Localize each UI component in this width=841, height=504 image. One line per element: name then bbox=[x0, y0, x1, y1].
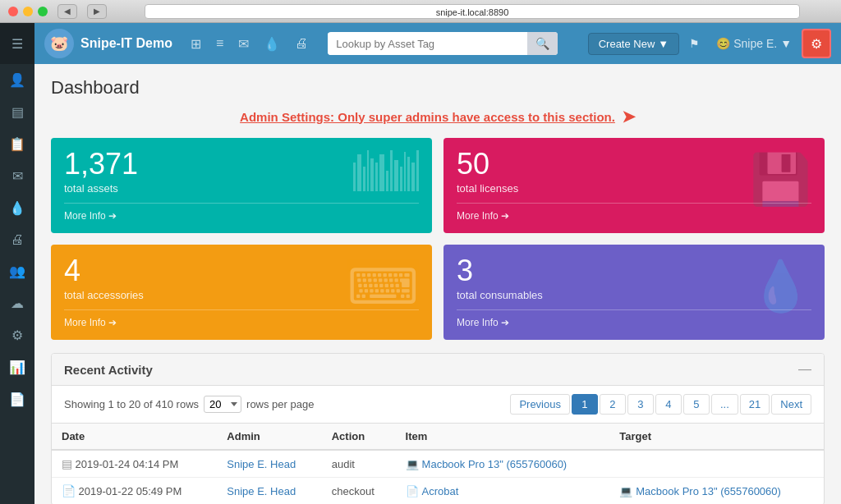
row2-item-link[interactable]: 📄 Acrobat bbox=[406, 485, 459, 497]
stat-card-consumables[interactable]: 3 total consumables 💧 More Info ➔ bbox=[443, 245, 825, 340]
row1-action: audit bbox=[322, 450, 396, 478]
flag-icon[interactable]: ⚑ bbox=[682, 32, 706, 55]
barcode-icon bbox=[353, 150, 419, 191]
col-date: Date bbox=[52, 424, 217, 451]
panel-title: Recent Activity bbox=[64, 363, 153, 377]
row2-action: checkout bbox=[322, 478, 396, 505]
app-wrapper: ☰ 👤 ▤ 📋 ✉ 💧 🖨 👥 ☁ ⚙ 📊 📄 🐷 Snipe-IT Demo … bbox=[0, 23, 841, 504]
panel-collapse-button[interactable]: — bbox=[798, 362, 811, 377]
admin-warning: Admin Settings: Only super admins have a… bbox=[51, 107, 825, 126]
per-page-select[interactable]: 20 50 100 bbox=[204, 396, 241, 413]
col-action: Action bbox=[322, 424, 396, 451]
sidebar-item-reports[interactable]: ☁ bbox=[0, 287, 34, 319]
print-icon[interactable]: 🖨 bbox=[290, 33, 313, 55]
os-back-button[interactable]: ◀ bbox=[57, 4, 77, 19]
table-controls: Showing 1 to 20 of 410 rows 20 50 100 ro… bbox=[52, 386, 824, 423]
navbar-right: Create New ▼ ⚑ 😊 Snipe E. ▼ ⚙ bbox=[588, 29, 831, 58]
stat-card-accessories[interactable]: 4 total accessories ⌨ More Info ➔ bbox=[51, 245, 432, 340]
pagination-page-21[interactable]: 21 bbox=[740, 394, 770, 415]
sidebar-item-people[interactable]: 👥 bbox=[0, 255, 34, 287]
os-close-dot[interactable] bbox=[8, 7, 18, 16]
search-input[interactable] bbox=[328, 33, 527, 55]
activity-table: Date Admin Action Item Target ▤ 2019-01-… bbox=[52, 423, 824, 504]
consumables-more-info[interactable]: More Info ➔ bbox=[457, 309, 811, 328]
stat-card-licenses[interactable]: 50 total licenses 💾 More Info ➔ bbox=[443, 138, 825, 233]
sidebar-item-settings[interactable]: ⚙ bbox=[0, 319, 34, 351]
user-menu[interactable]: 😊 Snipe E. ▼ bbox=[710, 32, 798, 55]
sidebar-item-accessories[interactable]: ✉ bbox=[0, 160, 34, 192]
grid-icon[interactable]: ⊞ bbox=[186, 33, 206, 55]
row2-admin: Snipe E. Head bbox=[217, 478, 321, 505]
rows-per-page-label: rows per page bbox=[246, 398, 314, 410]
laptop2-icon: 💻 bbox=[619, 485, 632, 497]
search-button[interactable]: 🔍 bbox=[527, 32, 558, 55]
sidebar-item-consumables[interactable]: 💧 bbox=[0, 192, 34, 224]
col-admin: Admin bbox=[217, 424, 321, 451]
col-item: Item bbox=[396, 424, 610, 451]
pagination-page-4[interactable]: 4 bbox=[655, 394, 682, 415]
pagination-ellipsis: ... bbox=[711, 394, 738, 415]
sidebar-item-assets[interactable]: ▤ bbox=[0, 96, 34, 128]
row1-item-link[interactable]: 💻 Macbook Pro 13" (655760060) bbox=[406, 458, 568, 470]
brand: 🐷 Snipe-IT Demo bbox=[44, 29, 172, 58]
chevron-down-icon: ▼ bbox=[658, 38, 669, 50]
table-row: 📄 2019-01-22 05:49 PM Snipe E. Head chec… bbox=[52, 478, 824, 505]
drop-icon: 💧 bbox=[750, 257, 811, 315]
navbar: 🐷 Snipe-IT Demo ⊞ ≡ ✉ 💧 🖨 🔍 Create New ▼… bbox=[34, 23, 841, 64]
pagination-page-5[interactable]: 5 bbox=[683, 394, 710, 415]
doc-icon: 📄 bbox=[406, 485, 419, 497]
sidebar-item-charts[interactable]: 📊 bbox=[0, 351, 34, 383]
barcode-row-icon: ▤ bbox=[62, 457, 72, 470]
navbar-icons: ⊞ ≡ ✉ 💧 🖨 bbox=[186, 33, 313, 55]
table-header-row: Date Admin Action Item Target bbox=[52, 424, 824, 451]
sidebar: ☰ 👤 ▤ 📋 ✉ 💧 🖨 👥 ☁ ⚙ 📊 📄 bbox=[0, 23, 34, 504]
stat-card-assets[interactable]: 1,371 total assets bbox=[51, 138, 432, 233]
pagination-page-1[interactable]: 1 bbox=[572, 394, 598, 415]
os-url-bar[interactable]: snipe-it.local:8890 bbox=[145, 4, 800, 19]
os-maximize-dot[interactable] bbox=[38, 7, 48, 16]
row1-admin: Snipe E. Head bbox=[217, 450, 321, 478]
sidebar-item-dashboard[interactable]: 👤 bbox=[0, 64, 34, 96]
row2-admin-link[interactable]: Snipe E. Head bbox=[227, 485, 296, 497]
warning-text: Admin Settings: Only super admins have a… bbox=[240, 110, 615, 124]
drop-icon[interactable]: 💧 bbox=[259, 33, 285, 55]
content-area: 🐷 Snipe-IT Demo ⊞ ≡ ✉ 💧 🖨 🔍 Create New ▼… bbox=[34, 23, 841, 504]
pagination-next[interactable]: Next bbox=[771, 394, 811, 415]
os-title-bar: ◀ ▶ snipe-it.local:8890 bbox=[0, 0, 841, 23]
list-icon[interactable]: ≡ bbox=[211, 33, 228, 55]
brand-name: Snipe-IT Demo bbox=[80, 36, 172, 51]
row1-date: ▤ 2019-01-24 04:14 PM bbox=[52, 450, 217, 478]
row1-admin-link[interactable]: Snipe E. Head bbox=[227, 458, 296, 470]
os-minimize-dot[interactable] bbox=[23, 7, 33, 16]
accessories-more-info[interactable]: More Info ➔ bbox=[64, 309, 419, 328]
recent-activity-panel: Recent Activity — Showing 1 to 20 of 410… bbox=[51, 353, 825, 504]
pagination-page-2[interactable]: 2 bbox=[600, 394, 626, 415]
admin-settings-button[interactable]: ⚙ bbox=[802, 29, 831, 58]
sidebar-toggle[interactable]: ☰ bbox=[0, 23, 34, 64]
page-title: Dashboard bbox=[51, 77, 825, 99]
showing-text: Showing 1 to 20 of 410 rows bbox=[64, 398, 199, 410]
main-content: Dashboard Admin Settings: Only super adm… bbox=[34, 64, 841, 504]
rows-control: Showing 1 to 20 of 410 rows 20 50 100 ro… bbox=[64, 396, 314, 413]
table-row: ▤ 2019-01-24 04:14 PM Snipe E. Head audi… bbox=[52, 450, 824, 478]
pagination-page-3[interactable]: 3 bbox=[627, 394, 654, 415]
laptop-icon: 💻 bbox=[406, 458, 419, 470]
search-box: 🔍 bbox=[328, 32, 558, 55]
mail-icon[interactable]: ✉ bbox=[233, 33, 254, 55]
create-new-button[interactable]: Create New ▼ bbox=[588, 33, 680, 55]
row2-target-link[interactable]: 💻 Macbook Pro 13" (655760060) bbox=[619, 485, 781, 497]
keyboard-icon: ⌨ bbox=[347, 258, 419, 315]
licenses-more-info[interactable]: More Info ➔ bbox=[457, 203, 811, 222]
user-name: Snipe E. bbox=[733, 37, 777, 50]
sidebar-item-logs[interactable]: 📄 bbox=[0, 383, 34, 415]
file-row-icon: 📄 bbox=[62, 484, 76, 497]
pagination-previous[interactable]: Previous bbox=[510, 394, 570, 415]
stats-grid: 1,371 total assets bbox=[51, 138, 825, 340]
row2-item: 📄 Acrobat bbox=[396, 478, 610, 505]
assets-more-info[interactable]: More Info ➔ bbox=[64, 203, 419, 222]
sidebar-item-licenses[interactable]: 📋 bbox=[0, 128, 34, 160]
os-forward-button[interactable]: ▶ bbox=[87, 4, 107, 19]
pagination: Previous 1 2 3 4 5 ... 21 Next bbox=[510, 394, 811, 415]
brand-avatar: 🐷 bbox=[44, 29, 74, 58]
sidebar-item-components[interactable]: 🖨 bbox=[0, 224, 34, 255]
